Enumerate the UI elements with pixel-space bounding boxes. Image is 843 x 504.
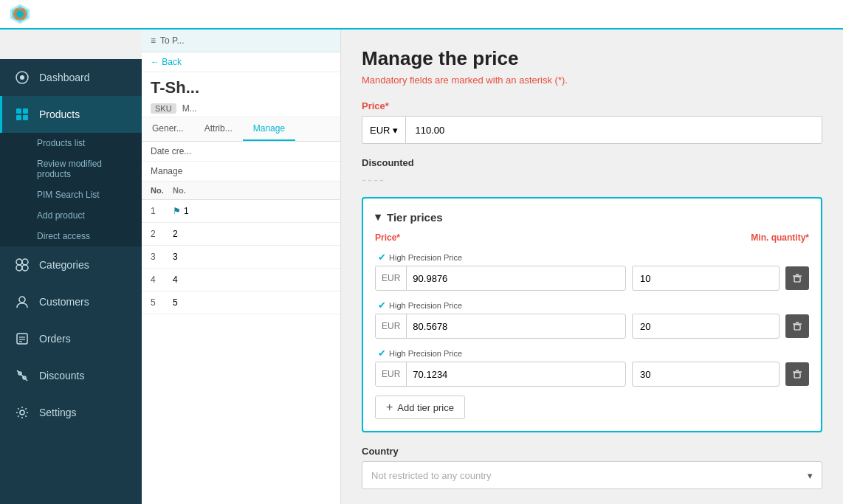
sidebar-label-categories: Categories — [39, 259, 89, 271]
breadcrumb-bar: ≡ To P... — [142, 30, 340, 52]
sidebar-sub-pim-search[interactable]: PIM Search List — [0, 184, 142, 205]
sidebar-label-dashboard: Dashboard — [39, 72, 90, 83]
tier-col-price: Price* — [375, 232, 400, 243]
table-row: 2 2 — [142, 223, 340, 246]
sidebar-item-dashboard[interactable]: Dashboard — [0, 59, 142, 96]
tier-delete-button-3[interactable] — [785, 362, 809, 386]
svg-rect-8 — [16, 115, 21, 120]
tab-manage[interactable]: Manage — [243, 117, 295, 141]
sidebar: Dashboard Products Products list Review … — [0, 59, 142, 504]
col-no-right: No. — [173, 186, 186, 195]
sidebar-label-orders: Orders — [39, 333, 71, 345]
sidebar-label-settings: Settings — [39, 407, 77, 418]
sidebar-label-products: Products — [39, 108, 80, 120]
chevron-down-icon: ▾ — [375, 210, 381, 224]
tier-price-input-2[interactable] — [407, 321, 625, 332]
tier-price-input-3[interactable] — [407, 369, 625, 380]
tier-inputs-row-1: EUR — [375, 266, 809, 291]
tier-delete-button-2[interactable] — [785, 314, 809, 338]
check-circle-icon: ✔ — [378, 252, 386, 263]
svg-rect-6 — [16, 108, 21, 114]
tier-prices-header: ▾ Tier prices — [375, 210, 809, 224]
sku-row: SKU M... — [142, 100, 340, 117]
plus-icon: + — [386, 401, 393, 414]
tier-currency-2: EUR — [376, 314, 407, 338]
sidebar-item-orders[interactable]: Orders — [0, 320, 142, 357]
chevron-down-icon: ▾ — [393, 125, 398, 136]
main-content: Dashboard Products Products list Review … — [0, 30, 843, 504]
tier-column-headers: Price* Min. quantity* — [375, 232, 809, 249]
tier-currency-3: EUR — [376, 362, 407, 386]
logo-icon — [9, 3, 31, 25]
tier-row-3: ✔ High Precision Price EUR — [375, 348, 809, 387]
settings-icon — [14, 404, 30, 421]
price-field-group: Price* EUR ▾ — [362, 100, 822, 144]
categories-icon — [14, 257, 30, 273]
products-icon — [14, 106, 30, 122]
high-precision-label-2: ✔ High Precision Price — [375, 300, 809, 311]
mandatory-note: Mandatory fields are marked with an aste… — [362, 75, 822, 86]
tier-qty-input-2[interactable] — [632, 314, 780, 339]
svg-point-19 — [20, 410, 24, 415]
tier-qty-input-1[interactable] — [632, 266, 780, 291]
list-icon: ≡ — [151, 35, 156, 46]
tab-attributes[interactable]: Attrib... — [194, 117, 243, 141]
table-row: 3 3 — [142, 246, 340, 269]
table-row: 5 5 — [142, 291, 340, 314]
tier-prices-box: ▾ Tier prices Price* Min. quantity* ✔ Hi… — [362, 197, 822, 432]
flag-icon: ⚑ — [173, 206, 181, 216]
currency-label: EUR — [370, 125, 390, 136]
currency-select[interactable]: EUR ▾ — [362, 116, 405, 144]
svg-point-12 — [16, 265, 22, 271]
add-tier-label: Add tier price — [397, 402, 454, 413]
tier-price-wrap-2: EUR — [375, 314, 626, 339]
sidebar-sub-direct-access[interactable]: Direct access — [0, 226, 142, 246]
back-button[interactable]: ← Back — [151, 57, 182, 67]
svg-rect-20 — [794, 277, 800, 282]
tier-price-wrap-3: EUR — [375, 362, 626, 387]
sidebar-sub-products-list[interactable]: Products list — [0, 133, 142, 153]
country-field-group: Country Not restricted to any country ▾ — [362, 446, 822, 489]
tier-inputs-row-2: EUR — [375, 314, 809, 339]
sidebar-sub-add-product[interactable]: Add product — [0, 205, 142, 226]
tier-qty-input-3[interactable] — [632, 362, 780, 387]
svg-marker-3 — [16, 11, 24, 18]
table-row: 4 4 — [142, 269, 340, 291]
tier-price-input-1[interactable] — [407, 273, 625, 284]
manage-section: Manage — [142, 162, 340, 182]
tier-price-wrap-1: EUR — [375, 266, 626, 291]
tier-delete-button-1[interactable] — [785, 266, 809, 290]
sidebar-item-discounts[interactable]: Discounts — [0, 357, 142, 394]
sidebar-label-customers: Customers — [39, 296, 89, 308]
svg-rect-7 — [23, 108, 28, 114]
dropdown-arrow-icon: ▾ — [808, 470, 813, 481]
sidebar-sub-review-modified[interactable]: Review modified products — [0, 153, 142, 184]
middle-panel: ≡ To P... ← Back T-Sh... SKU M... Gener.… — [142, 30, 341, 504]
tier-currency-1: EUR — [376, 266, 407, 290]
tier-row-2: ✔ High Precision Price EUR — [375, 300, 809, 339]
sku-label: SKU — [151, 103, 176, 114]
dashboard-icon — [14, 69, 30, 86]
tab-general[interactable]: Gener... — [142, 117, 194, 141]
tier-col-qty: Min. quantity* — [751, 232, 809, 243]
table-row: 1 ⚑ 1 — [142, 200, 340, 223]
orders-icon — [14, 331, 30, 347]
page-title: Manage the price — [362, 47, 822, 70]
price-input[interactable] — [405, 116, 822, 144]
sidebar-item-settings[interactable]: Settings — [0, 394, 142, 431]
svg-point-13 — [22, 265, 28, 271]
table-header: No. No. — [142, 182, 340, 200]
sidebar-label-discounts: Discounts — [39, 370, 84, 382]
svg-rect-26 — [794, 373, 800, 378]
sidebar-item-products[interactable]: Products — [0, 96, 142, 133]
svg-rect-15 — [17, 334, 27, 344]
sidebar-item-categories[interactable]: Categories — [0, 246, 142, 283]
check-circle-icon: ✔ — [378, 348, 386, 359]
discounts-icon — [14, 367, 30, 384]
country-dropdown[interactable]: Not restricted to any country ▾ — [362, 461, 822, 489]
high-precision-label-3: ✔ High Precision Price — [375, 348, 809, 359]
add-tier-price-button[interactable]: + Add tier price — [375, 396, 465, 419]
discounted-label: Discounted — [362, 157, 822, 168]
sidebar-item-customers[interactable]: Customers — [0, 283, 142, 320]
discounted-field-group: Discounted ---- — [362, 157, 822, 188]
